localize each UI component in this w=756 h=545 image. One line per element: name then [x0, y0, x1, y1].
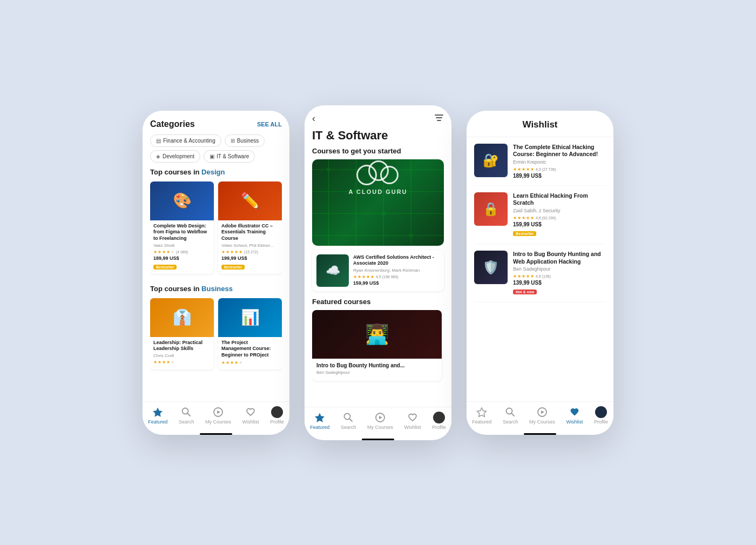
phone-categories: Categories SEE ALL ▤ Finance & Accountin…	[143, 111, 289, 435]
nav-wishlist-3[interactable]: Wishlist	[566, 406, 583, 425]
development-icon: ◈	[156, 153, 160, 159]
hack-icon: 🔐	[483, 153, 499, 168]
featured-icon-1	[152, 406, 164, 418]
svg-marker-0	[153, 408, 163, 416]
nav-search-2[interactable]: Search	[341, 412, 356, 430]
tag-finance[interactable]: ▤ Finance & Accounting	[150, 134, 221, 147]
nav-featured-2[interactable]: Featured	[310, 412, 329, 430]
course-price-ai: 199,99 US$	[221, 255, 279, 261]
mycourses-icon-1	[212, 406, 224, 418]
wishlist-title-3: Intro to Bug Bounty Hunting and Web Appl…	[513, 251, 606, 265]
cloud-guru-card[interactable]: A CLOUD GURU	[312, 159, 444, 246]
wishlist-thumb-3: 🛡️	[474, 251, 508, 284]
svg-marker-20	[315, 413, 325, 422]
bug-icon: 🛡️	[483, 260, 499, 275]
nav-search-1[interactable]: Search	[179, 406, 194, 425]
phone-wishlist: Wishlist 🔐 The Complete Ethical Hacking …	[467, 111, 613, 435]
nav-profile-label-3: Profile	[594, 419, 608, 425]
wishlist-info-3: Intro to Bug Bounty Hunting and Web Appl…	[513, 251, 606, 295]
course-title-leadership: Leadership: Practical Leadership Skills	[153, 340, 211, 352]
course-title-pm: The Project Management Course: Beginner …	[221, 340, 279, 359]
course-card-ai[interactable]: ✏️ Adobe Illustrator CC – Essentials Tra…	[218, 181, 282, 274]
see-all-button[interactable]: SEE ALL	[257, 121, 282, 127]
nav-mycourses-2[interactable]: My Courses	[367, 412, 393, 430]
filter-button[interactable]	[427, 106, 451, 123]
aws-course-title: AWS Certified Solutions Architect - Asso…	[353, 254, 440, 267]
categories-header: Categories SEE ALL	[150, 119, 282, 129]
featured-course-bug-bounty[interactable]: 👨‍💻 Intro to Bug Bounty Hunting and... B…	[312, 310, 442, 381]
badge-bestseller-wish2: Bestseller	[513, 231, 536, 236]
tag-business[interactable]: ⊞ Business	[225, 134, 265, 147]
nav-mycourses-3[interactable]: My Courses	[529, 406, 555, 425]
course-card-web-design[interactable]: 🎨 Complete Web Design: from Figma to Web…	[150, 181, 214, 274]
badge-bestseller-web: Bestseller	[153, 265, 177, 270]
profile-icon-1	[271, 406, 283, 418]
it-top-bar: ‹	[305, 105, 451, 124]
back-button[interactable]: ‹	[305, 105, 323, 124]
nav-search-label-3: Search	[503, 419, 518, 425]
wishlist-list: 🔐 The Complete Ethical Hacking Course: B…	[467, 137, 613, 401]
badge-bestseller-ai: Bestseller	[221, 265, 245, 270]
nav-featured-label-2: Featured	[310, 425, 329, 430]
bottom-nav-1: Featured Search My Courses	[143, 401, 289, 431]
it-icon: ▣	[210, 153, 214, 159]
wishlist-info-1: The Complete Ethical Hacking Course: Beg…	[513, 144, 606, 179]
course-card-leadership[interactable]: 👔 Leadership: Practical Leadership Skill…	[150, 298, 214, 369]
svg-line-22	[350, 419, 353, 421]
nav-featured-3[interactable]: Featured	[472, 406, 491, 425]
bug-bounty-title: Intro to Bug Bounty Hunting and...	[316, 362, 437, 369]
course-author-web: Vako Shvili	[153, 243, 211, 248]
course-stars-ai: ★★★★★ (15 272)	[221, 250, 279, 254]
business-highlight: Business	[201, 285, 233, 293]
nav-wishlist-1[interactable]: Wishlist	[242, 406, 259, 425]
svg-marker-29	[541, 411, 544, 414]
mycourses-icon-2	[374, 412, 386, 423]
profile-icon-2	[433, 412, 445, 423]
wishlist-icon-3	[569, 406, 580, 418]
business-icon: ⊞	[231, 138, 235, 144]
nav-wishlist-2[interactable]: Wishlist	[404, 412, 421, 430]
tag-development-label: Development	[163, 153, 194, 159]
course-stars-web: ★★★★★ (4 089)	[153, 250, 211, 254]
tag-development[interactable]: ◈ Development	[150, 150, 200, 163]
nav-profile-2[interactable]: Profile	[432, 412, 446, 430]
wishlist-author-3: Ben Sadeghipour	[513, 266, 606, 272]
nav-search-3[interactable]: Search	[503, 406, 518, 425]
featured-icon-2	[314, 412, 326, 423]
nav-mycourses-1[interactable]: My Courses	[205, 406, 231, 425]
featured-courses-scroll: 👨‍💻 Intro to Bug Bounty Hunting and... B…	[312, 310, 444, 383]
nav-featured-label-3: Featured	[472, 419, 491, 425]
nav-featured-1[interactable]: Featured	[148, 406, 167, 425]
search-icon-2	[342, 412, 354, 423]
wishlist-item-1[interactable]: 🔐 The Complete Ethical Hacking Course: B…	[474, 137, 606, 186]
svg-point-1	[183, 408, 188, 414]
search-icon-3	[504, 406, 516, 418]
wishlist-item-2[interactable]: 🔒 Learn Ethical Hacking From Scratch Zai…	[474, 186, 606, 244]
tag-it-software[interactable]: ▣ IT & Software	[204, 150, 255, 163]
design-courses-row: 🎨 Complete Web Design: from Figma to Web…	[150, 181, 282, 277]
wishlist-title-2: Learn Ethical Hacking From Scratch	[513, 192, 606, 207]
course-author-ai: Video School, Phil Ebiner...	[221, 243, 279, 248]
nav-profile-label-2: Profile	[432, 425, 446, 430]
nav-wishlist-label-3: Wishlist	[566, 419, 583, 425]
aws-course-author: Ryan Kroonenburg, Mark Richman	[353, 268, 440, 273]
wishlist-item-3[interactable]: 🛡️ Intro to Bug Bounty Hunting and Web A…	[474, 244, 606, 302]
courses-started-title: Courses to get you started	[312, 147, 444, 155]
phone-it-software: ‹ IT & Software Courses to get you start…	[305, 105, 451, 440]
svg-point-26	[507, 408, 512, 414]
wishlist-price-2: 159,99 US$	[513, 221, 606, 227]
course-card-pm[interactable]: 📊 The Project Management Course: Beginne…	[218, 298, 282, 369]
wishlist-author-2: Zaid Sabih, z Security	[513, 208, 606, 213]
nav-profile-1[interactable]: Profile	[270, 406, 284, 425]
design-section-title: Top courses in Design	[150, 168, 282, 176]
it-page-title: IT & Software	[312, 129, 444, 143]
tag-finance-label: Finance & Accounting	[163, 138, 215, 144]
aws-course-price: 159,99 US$	[353, 280, 440, 286]
categories-title: Categories	[150, 119, 195, 129]
featured-courses-title: Featured courses	[312, 298, 444, 306]
wishlist-stars-1: ★★★★★ 4,3 (27 736)	[513, 167, 606, 172]
aws-course-card[interactable]: ☁️ AWS Certified Solutions Architect - A…	[312, 250, 444, 291]
svg-point-21	[345, 413, 350, 419]
nav-profile-3[interactable]: Profile	[594, 406, 608, 425]
nav-wishlist-label-1: Wishlist	[242, 419, 259, 425]
